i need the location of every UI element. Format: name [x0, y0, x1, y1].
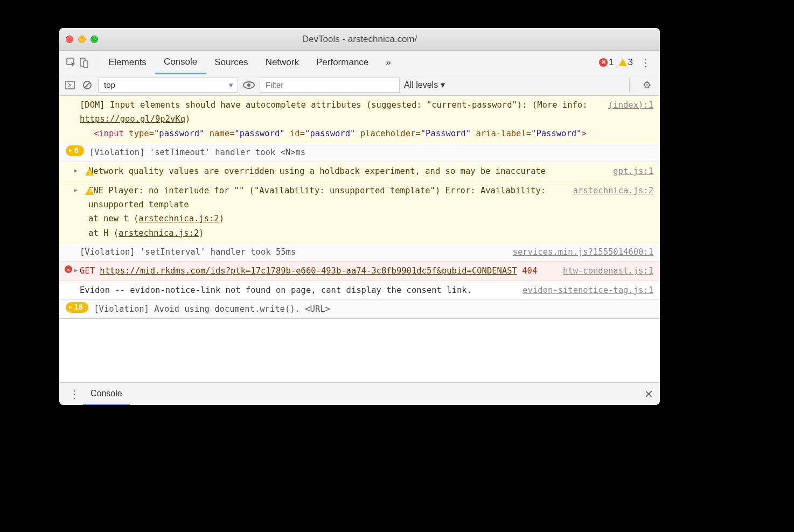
message-count-pill[interactable]: 6	[66, 145, 84, 156]
source-link[interactable]: arstechnica.js:2	[573, 184, 653, 240]
context-select[interactable]: top	[98, 78, 238, 93]
live-expression-icon[interactable]	[242, 79, 255, 92]
console-toolbar: top All levels ▾ ⚙	[59, 74, 660, 96]
console-warning-row: ▶ CNE Player: no interlude for "" ("Avai…	[59, 181, 660, 243]
disclosure-icon[interactable]: ▶	[74, 185, 78, 194]
close-window-button[interactable]	[66, 36, 73, 43]
tab-elements[interactable]: Elements	[100, 51, 155, 74]
menu-kebab-icon[interactable]: ⋮	[637, 56, 654, 69]
http-status: 404	[522, 266, 537, 276]
warning-count: 3	[628, 57, 633, 68]
source-link[interactable]: services.min.js?1555014600:1	[513, 245, 653, 259]
console-error-row: ✕ ▶ GET https://mid.rkdms.com/ids?ptk=17…	[59, 262, 660, 281]
disclosure-icon[interactable]: ▶	[74, 265, 78, 275]
warning-icon	[85, 168, 94, 176]
tab-console[interactable]: Console	[155, 51, 206, 74]
tab-network[interactable]: Network	[257, 51, 308, 74]
divider	[629, 78, 630, 92]
console-violation-row: [Violation] 'setInterval' handler took 5…	[59, 243, 660, 262]
disclosure-icon[interactable]: ▶	[74, 166, 78, 175]
source-link[interactable]: (index):1	[608, 98, 653, 141]
drawer-tab-console[interactable]: Console	[83, 383, 130, 405]
log-levels-select[interactable]: All levels ▾	[404, 80, 445, 90]
titlebar: DevTools - arstechnica.com/	[59, 28, 660, 51]
source-link[interactable]: arstechnica.js:2	[119, 228, 199, 238]
svg-rect-2	[83, 61, 88, 67]
console-warning-row: [DOM] Input elements should have autocom…	[59, 96, 660, 143]
tab-more[interactable]: »	[377, 51, 399, 74]
request-url-link[interactable]: https://mid.rkdms.com/ids?ptk=17c1789b-e…	[100, 266, 517, 276]
source-link[interactable]: evidon-sitenotice-tag.js:1	[523, 283, 653, 297]
error-icon: ✕	[65, 265, 72, 273]
main-tabbar: Elements Console Sources Network Perform…	[59, 51, 660, 74]
message-count-pill[interactable]: 18	[66, 302, 88, 313]
warning-icon	[618, 59, 627, 66]
inspect-icon[interactable]	[65, 56, 78, 69]
error-count: 1	[609, 57, 614, 68]
tab-performance[interactable]: Performance	[308, 51, 377, 74]
settings-gear-icon[interactable]: ⚙	[638, 79, 656, 91]
info-link[interactable]: https://goo.gl/9p2vKq	[80, 114, 185, 124]
clear-console-icon[interactable]	[81, 79, 94, 92]
filter-input[interactable]	[260, 78, 400, 93]
source-link[interactable]: gpt.js:1	[613, 164, 653, 178]
source-link[interactable]: arstechnica.js:2	[138, 214, 219, 223]
minimize-window-button[interactable]	[78, 36, 86, 43]
tab-sources[interactable]: Sources	[206, 51, 256, 74]
divider	[95, 55, 95, 69]
close-drawer-icon[interactable]: ✕	[644, 388, 653, 401]
source-link[interactable]: htw-condenast.js:1	[563, 264, 653, 278]
console-log-row: Evidon -- evidon-notice-link not found o…	[59, 281, 660, 300]
html-snippet: <input type="password" name="password" i…	[80, 127, 600, 141]
warning-count-badge[interactable]: 3	[618, 57, 633, 68]
drawer-menu-icon[interactable]: ⋮	[66, 388, 83, 401]
drawer: ⋮ Console ✕	[59, 382, 660, 405]
console-warning-row: ▶ Network quality values are overridden …	[59, 162, 660, 181]
svg-point-7	[247, 83, 250, 87]
error-count-badge[interactable]: ✕ 1	[599, 57, 614, 68]
console-violation-row: 6 [Violation] 'setTimeout' handler took …	[59, 143, 660, 162]
traffic-lights	[66, 36, 98, 43]
toggle-sidebar-icon[interactable]	[64, 79, 76, 92]
console-violation-row: 18 [Violation] Avoid using document.writ…	[59, 300, 660, 319]
error-icon: ✕	[599, 58, 608, 67]
maximize-window-button[interactable]	[90, 36, 98, 43]
window-title: DevTools - arstechnica.com/	[59, 34, 660, 45]
warning-icon	[85, 187, 94, 195]
devtools-window: DevTools - arstechnica.com/ Elements Con…	[59, 28, 660, 405]
console-messages: [DOM] Input elements should have autocom…	[59, 96, 660, 319]
svg-line-5	[85, 82, 90, 88]
device-toggle-icon[interactable]	[78, 56, 90, 69]
